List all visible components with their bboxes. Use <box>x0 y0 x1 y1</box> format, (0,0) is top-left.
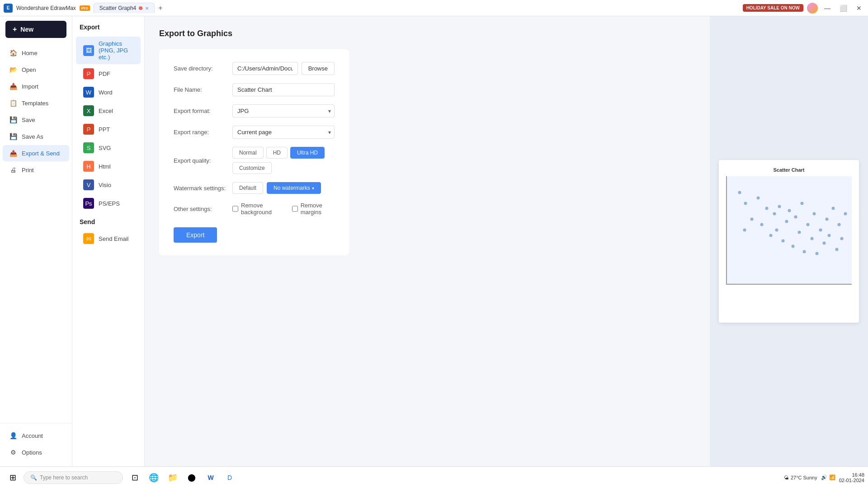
watermark-default-btn[interactable]: Default <box>232 182 263 194</box>
taskbar-right: 🌤 27°C Sunny 🔊 📶 16:48 02-01-2024 <box>784 472 864 483</box>
sidebar-item-export-send[interactable]: 📤 Export & Send <box>3 145 69 161</box>
export-format-select[interactable]: JPG PNG BMP GIF TIFF <box>232 104 335 117</box>
sidebar-item-open[interactable]: 📂 Open <box>3 61 69 78</box>
sound-icon[interactable]: 🔊 <box>821 474 827 480</box>
sidebar-item-home[interactable]: 🏠 Home <box>3 45 69 61</box>
export-item-pseps[interactable]: Ps PS/EPS <box>76 194 141 212</box>
sidebar-item-home-label: Home <box>22 50 38 56</box>
tab-close-btn[interactable]: ✕ <box>145 6 149 11</box>
clock-time: 16:48 <box>839 472 864 478</box>
watermark-none-btn[interactable]: No watermarks ▾ <box>267 182 321 194</box>
excel-icon: X <box>83 105 94 116</box>
sidebar-item-print-label: Print <box>22 167 34 174</box>
close-btn[interactable]: ✕ <box>854 5 864 12</box>
quality-ultra-hd-btn[interactable]: Ultra HD <box>290 147 325 159</box>
sidebar-item-print[interactable]: 🖨 Print <box>3 162 69 178</box>
checkbox-group: Remove background Remove margins <box>232 202 335 216</box>
save-directory-input[interactable] <box>232 62 298 75</box>
remove-background-label[interactable]: Remove background <box>232 202 283 216</box>
sidebar-item-save-as[interactable]: 💾 Save As <box>3 128 69 145</box>
scatter-dot <box>838 223 841 226</box>
export-item-word[interactable]: W Word <box>76 83 141 101</box>
chart-container: Scatter Chart <box>726 167 852 294</box>
export-item-excel[interactable]: X Excel <box>76 102 141 120</box>
export-item-visio[interactable]: V Visio <box>76 176 141 194</box>
scatter-dot <box>757 196 760 199</box>
export-send-icon: 📤 <box>9 149 17 157</box>
browse-button[interactable]: Browse <box>302 62 335 75</box>
export-format-row: Export format: JPG PNG BMP GIF TIFF <box>174 104 335 117</box>
remove-margins-label[interactable]: Remove margins <box>292 202 335 216</box>
export-action-button[interactable]: Export <box>174 227 217 243</box>
taskbar-chrome[interactable]: ⬤ <box>184 469 200 486</box>
taskbar-explorer[interactable]: 📁 <box>165 469 181 486</box>
tabs-area: Scatter Graph4 ✕ + <box>94 3 165 13</box>
network-icon[interactable]: 📶 <box>829 474 835 480</box>
chart-area <box>726 176 852 285</box>
export-section-title: Export <box>72 23 144 36</box>
sidebar-item-options[interactable]: ⚙ Options <box>3 444 69 460</box>
remove-margins-checkbox[interactable] <box>292 206 298 212</box>
export-item-send-email[interactable]: ✉ Send Email <box>76 230 141 248</box>
scatter-dot <box>788 209 791 212</box>
preview-panel: Scatter Chart <box>710 16 868 466</box>
scatter-dot <box>792 244 795 248</box>
export-item-svg[interactable]: S SVG <box>76 139 141 157</box>
scatter-dot <box>743 229 746 232</box>
scatter-dot <box>769 234 772 237</box>
content-area: Export to Graphics Save directory: Brows… <box>145 16 710 466</box>
open-icon: 📂 <box>9 66 17 74</box>
scatter-dot <box>760 223 764 226</box>
holiday-sale-btn[interactable]: HOLIDAY SALE ON NOW <box>743 4 803 12</box>
export-item-graphics[interactable]: 🖼 Graphics (PNG, JPG etc.) <box>76 37 141 64</box>
sidebar-item-import[interactable]: 📥 Import <box>3 78 69 94</box>
new-button[interactable]: + New <box>5 21 66 38</box>
taskbar-app[interactable]: D <box>222 469 238 486</box>
scatter-dot <box>823 241 826 244</box>
export-item-ppt[interactable]: P PPT <box>76 120 141 138</box>
export-item-pdf[interactable]: P PDF <box>76 65 141 83</box>
sidebar-nav: 🏠 Home 📂 Open 📥 Import 📋 Templates 💾 Sav… <box>0 42 72 423</box>
taskbar-search[interactable]: 🔍 Type here to search <box>24 471 123 484</box>
scatter-dot <box>828 234 831 237</box>
scatter-dot <box>807 223 810 226</box>
export-item-html[interactable]: H Html <box>76 157 141 175</box>
weather-icon: 🌤 <box>784 475 789 480</box>
tab-label: Scatter Graph4 <box>99 5 136 11</box>
save-as-icon: 💾 <box>9 132 17 141</box>
watermark-row: Watermark settings: Default No watermark… <box>174 182 335 194</box>
sidebar-item-templates[interactable]: 📋 Templates <box>3 95 69 111</box>
scatter-dot <box>750 218 754 221</box>
taskbar-task-view[interactable]: ⊡ <box>127 469 143 486</box>
options-icon: ⚙ <box>9 448 17 456</box>
sidebar-item-templates-label: Templates <box>22 100 48 107</box>
export-range-select[interactable]: Current page All pages Selected objects <box>232 126 335 139</box>
page-title: Export to Graphics <box>159 29 695 38</box>
export-item-svg-label: SVG <box>99 145 111 151</box>
sidebar-item-account[interactable]: 👤 Account <box>3 427 69 444</box>
maximize-btn[interactable]: ⬜ <box>837 5 850 12</box>
active-tab[interactable]: Scatter Graph4 ✕ <box>94 3 155 13</box>
taskbar-word[interactable]: W <box>203 469 219 486</box>
file-name-input[interactable] <box>232 83 335 96</box>
sidebar-item-save[interactable]: 💾 Save <box>3 112 69 128</box>
notification-icons: 🔊 📶 <box>821 474 835 480</box>
taskbar-edge[interactable]: 🌐 <box>146 469 162 486</box>
customize-btn[interactable]: Customize <box>232 162 272 174</box>
save-directory-label: Save directory: <box>174 65 232 72</box>
quality-hd-btn[interactable]: HD <box>266 147 288 159</box>
other-settings-label: Other settings: <box>174 206 232 212</box>
export-form: Save directory: Browse File Name: Export… <box>159 49 349 255</box>
user-avatar[interactable] <box>807 3 818 14</box>
scatter-dot <box>765 207 769 210</box>
remove-background-checkbox[interactable] <box>232 206 238 212</box>
file-name-control <box>232 83 335 96</box>
quality-normal-btn[interactable]: Normal <box>232 147 264 159</box>
taskbar-icons: ⊡ 🌐 📁 ⬤ W D <box>127 469 238 486</box>
scatter-dot <box>813 212 816 216</box>
minimize-btn[interactable]: — <box>821 5 833 12</box>
start-button[interactable]: ⊞ <box>4 469 22 487</box>
sidebar-item-options-label: Options <box>22 449 42 456</box>
html-icon: H <box>83 161 94 172</box>
add-tab-btn[interactable]: + <box>156 4 164 12</box>
